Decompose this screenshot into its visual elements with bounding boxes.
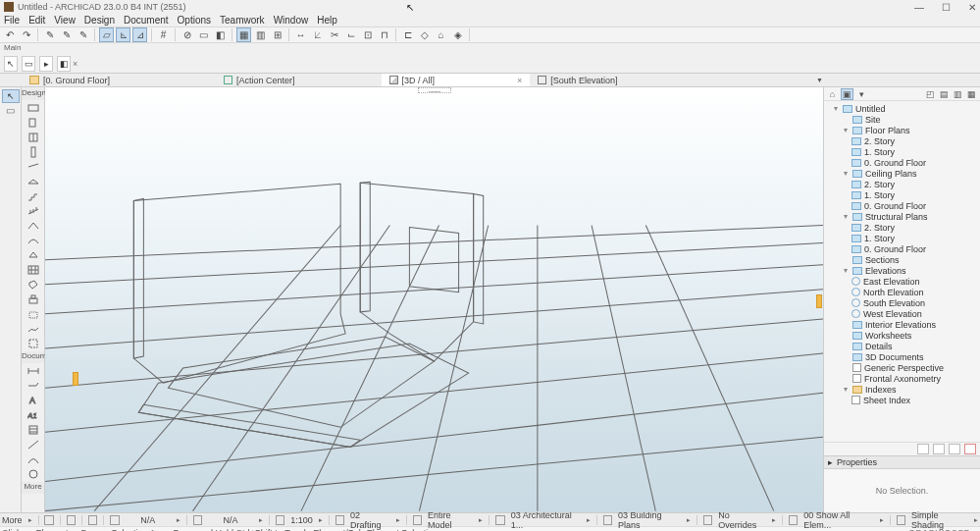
menu-file[interactable]: File bbox=[4, 15, 20, 26]
intersect-button[interactable]: ⊓ bbox=[377, 27, 391, 42]
morph-tool-icon[interactable] bbox=[26, 277, 41, 292]
shell-tool-icon[interactable] bbox=[26, 233, 41, 247]
layer-icon[interactable]: ◧ bbox=[57, 56, 71, 72]
inject-button[interactable]: ✎ bbox=[59, 27, 74, 42]
column-tool-icon[interactable] bbox=[26, 144, 41, 159]
wall-tool-icon[interactable] bbox=[26, 100, 41, 115]
tree-persp[interactable]: Generic Perspective bbox=[864, 363, 944, 373]
measure-button[interactable]: ↔ bbox=[293, 27, 308, 42]
tree-structural[interactable]: Structural Plans bbox=[865, 212, 928, 222]
layers-icon[interactable] bbox=[335, 515, 344, 525]
menu-view[interactable]: View bbox=[54, 15, 76, 26]
maximize-button[interactable]: ☐ bbox=[942, 2, 951, 13]
tab-close-icon[interactable]: × bbox=[517, 76, 522, 85]
nav-project-icon[interactable]: ⌂ bbox=[826, 88, 839, 100]
label-tool-icon[interactable]: A1 bbox=[26, 407, 41, 422]
object-tool-icon[interactable] bbox=[26, 292, 41, 306]
snap-guide-button[interactable]: ⊿ bbox=[132, 27, 147, 42]
arc-tool-icon[interactable] bbox=[26, 451, 41, 466]
ruler-button[interactable]: ⟀ bbox=[310, 27, 325, 42]
3d-viewport[interactable]: ┄┄┄ bbox=[45, 87, 823, 512]
tree-north[interactable]: North Elevation bbox=[863, 288, 924, 297]
menu-options[interactable]: Options bbox=[178, 15, 211, 26]
more-button[interactable]: More bbox=[2, 515, 23, 525]
nav-folder-icon[interactable]: ▦ bbox=[965, 88, 978, 100]
override-value[interactable]: No Overrides bbox=[718, 510, 766, 530]
tree-site[interactable]: Site bbox=[865, 115, 881, 125]
arrow-tool-icon[interactable]: ↖ bbox=[4, 56, 18, 72]
status-icon-2[interactable] bbox=[67, 515, 76, 525]
opening-tool-icon[interactable] bbox=[26, 336, 41, 350]
home-button[interactable]: ⌂ bbox=[434, 27, 448, 42]
properties-collapse-icon[interactable]: ▸ bbox=[828, 457, 833, 467]
view2-icon[interactable] bbox=[603, 515, 612, 525]
project-button[interactable]: ◇ bbox=[417, 27, 432, 42]
undo-button[interactable]: ↶ bbox=[2, 27, 17, 42]
tree-cstory2[interactable]: 2. Story bbox=[864, 180, 895, 189]
trim-button[interactable]: ✂ bbox=[327, 27, 341, 42]
nav-mini-2-icon[interactable] bbox=[933, 444, 945, 454]
door-tool-icon[interactable] bbox=[26, 115, 41, 130]
tree-cstory1[interactable]: 1. Story bbox=[864, 190, 895, 200]
scale-value[interactable]: 1:100 bbox=[290, 515, 313, 525]
tab-action-center[interactable]: [Action Center] bbox=[216, 74, 303, 86]
model-value[interactable]: Entire Model bbox=[428, 510, 474, 530]
tree-axo[interactable]: Frontal Axonometry bbox=[864, 374, 941, 384]
tree-sstory2[interactable]: 2. Story bbox=[864, 223, 895, 233]
nav-mini-1-icon[interactable] bbox=[917, 444, 929, 454]
beam-tool-icon[interactable] bbox=[26, 159, 41, 174]
edit-plane-button[interactable]: ▦ bbox=[236, 27, 251, 42]
shade-value[interactable]: Simple Shading bbox=[911, 510, 968, 530]
x-icon[interactable] bbox=[110, 515, 119, 525]
offset-button[interactable]: ⊏ bbox=[400, 27, 415, 42]
menu-edit[interactable]: Edit bbox=[28, 15, 45, 26]
tree-worksheets[interactable]: Worksheets bbox=[865, 331, 911, 341]
tree-cstory0[interactable]: 0. Ground Floor bbox=[864, 201, 926, 211]
nav-viewmap-icon[interactable]: ▣ bbox=[841, 88, 853, 100]
model-icon[interactable] bbox=[413, 515, 422, 525]
shade-icon[interactable] bbox=[897, 515, 905, 525]
nav-dropdown-icon[interactable]: ▾ bbox=[855, 88, 868, 100]
tree-untitled[interactable]: Untitled bbox=[855, 104, 886, 114]
tree-story1[interactable]: 1. Story bbox=[864, 147, 895, 157]
snap-button[interactable]: ⊾ bbox=[116, 27, 130, 42]
zone-tool-icon[interactable] bbox=[26, 306, 41, 321]
zoom-icon[interactable] bbox=[88, 515, 97, 525]
arrow-submenu-icon[interactable]: ▸ bbox=[39, 56, 53, 72]
roof-tool-icon[interactable] bbox=[26, 218, 41, 233]
pick-button[interactable]: ✎ bbox=[42, 27, 57, 42]
window-tool-icon[interactable] bbox=[26, 130, 41, 144]
curtainwall-tool-icon[interactable] bbox=[26, 262, 41, 277]
layers-value[interactable]: 02 Drafting bbox=[350, 510, 390, 530]
redo-button[interactable]: ↷ bbox=[19, 27, 33, 42]
arrow-tool-button[interactable]: ↖ bbox=[2, 89, 20, 103]
more-dropdown-icon[interactable]: ▸ bbox=[28, 516, 32, 524]
tab-ground-floor[interactable]: [0. Ground Floor] bbox=[22, 74, 118, 86]
scale-icon[interactable] bbox=[276, 515, 284, 525]
marquee-tool-icon[interactable]: ▭ bbox=[22, 56, 35, 72]
nav-book-icon[interactable]: ▤ bbox=[938, 88, 951, 100]
tree-sstory0[interactable]: 0. Ground Floor bbox=[864, 244, 926, 254]
adjust-button[interactable]: ⌙ bbox=[343, 27, 358, 42]
mesh-tool-icon[interactable] bbox=[26, 321, 41, 336]
surface-button[interactable]: ⊞ bbox=[270, 27, 284, 42]
nav-mini-3-icon[interactable] bbox=[949, 444, 960, 454]
close-button[interactable]: ✕ bbox=[968, 2, 976, 13]
tree-story2[interactable]: 2. Story bbox=[864, 136, 895, 146]
tree-sheetindex[interactable]: Sheet Index bbox=[863, 396, 910, 405]
tree-interior[interactable]: Interior Elevations bbox=[865, 320, 936, 330]
tree-sections[interactable]: Sections bbox=[865, 255, 900, 265]
tree-details[interactable]: Details bbox=[865, 342, 893, 351]
view1-icon[interactable] bbox=[495, 515, 504, 525]
status-icon-1[interactable] bbox=[44, 515, 53, 525]
tree-elevations[interactable]: Elevations bbox=[865, 266, 906, 276]
nav-layout-icon[interactable]: ◰ bbox=[924, 88, 937, 100]
nav-pub-icon[interactable]: ▥ bbox=[952, 88, 964, 100]
tree-east[interactable]: East Elevation bbox=[863, 277, 920, 287]
tree-indexes[interactable]: Indexes bbox=[865, 385, 897, 395]
menu-teamwork[interactable]: Teamwork bbox=[220, 15, 265, 26]
guideline-button[interactable]: ▱ bbox=[99, 27, 114, 42]
tree-story0[interactable]: 0. Ground Floor bbox=[864, 158, 926, 168]
curtain-button[interactable]: ◧ bbox=[213, 27, 228, 42]
favorites-button[interactable]: ✎ bbox=[76, 27, 90, 42]
